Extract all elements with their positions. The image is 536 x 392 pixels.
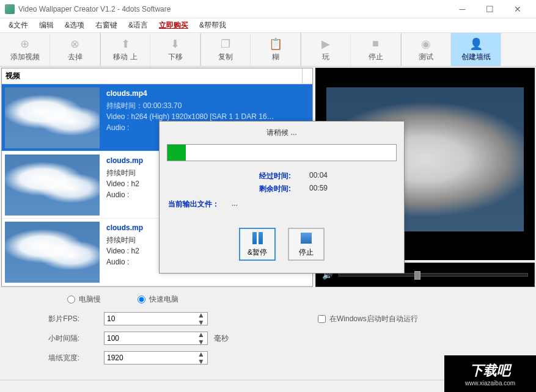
progress-bar	[167, 144, 397, 161]
video-thumbnail	[5, 154, 100, 216]
menu-buy-now[interactable]: 立即购买	[154, 18, 193, 32]
play-icon: ▶	[319, 37, 332, 51]
elapsed-value: 00:04	[309, 171, 346, 181]
arrow-up-icon: ⬆	[119, 37, 132, 51]
stop-label: 停止	[369, 52, 383, 62]
copy-icon: ❐	[219, 37, 232, 51]
menu-bar: &文件 编辑 &选项 右窗键 &语言 立即购买 &帮帮我	[0, 18, 536, 33]
app-icon	[5, 4, 15, 14]
outfile-label: 当前输出文件：	[168, 199, 219, 209]
menu-language[interactable]: &语言	[123, 18, 153, 32]
paste-icon: 📋	[269, 37, 282, 51]
seek-thumb[interactable]	[414, 271, 420, 280]
move-up-label: 移动 上	[113, 52, 137, 62]
fast-pc-radio[interactable]: 快速电脑	[138, 294, 178, 305]
video-list-header: 视频	[2, 68, 312, 84]
remaining-value: 00:59	[309, 184, 346, 194]
play-button[interactable]: ▶玩	[301, 33, 351, 66]
progress-fill	[167, 145, 186, 161]
copy-button[interactable]: ❐复制	[200, 33, 251, 66]
window-title: Video Wallpaper Creator V1.2 - 4dots Sof…	[18, 5, 449, 13]
width-value: 1920	[107, 354, 123, 362]
menu-edit[interactable]: 编辑	[34, 18, 59, 32]
stop-button[interactable]: ■停止	[351, 33, 401, 66]
slow-pc-label: 电脑慢	[79, 294, 101, 305]
menu-file[interactable]: &文件	[4, 18, 33, 32]
toolbar: ⊕添加视频 ⊗去掉 ⬆移动 上 ⬇下移 ❐复制 📋糊 ▶玩 ■停止 ◉测试 👤创…	[0, 33, 536, 67]
width-input[interactable]: 1920▲▼	[104, 351, 208, 365]
close-button[interactable]: ✕	[504, 1, 531, 18]
remaining-label: 剩余时间:	[218, 184, 291, 194]
title-bar: Video Wallpaper Creator V1.2 - 4dots Sof…	[0, 0, 536, 18]
watermark: 下载吧 www.xiazaiba.com	[444, 355, 536, 392]
interval-spinner[interactable]: ▲▼	[197, 331, 205, 346]
autorun-checkbox[interactable]: 在Windows启动时自动运行	[318, 314, 418, 324]
watermark-url: www.xiazaiba.com	[465, 380, 515, 387]
elapsed-label: 经过时间:	[218, 171, 291, 181]
minimize-button[interactable]: ─	[449, 1, 476, 18]
menu-options[interactable]: &选项	[60, 18, 89, 32]
test-icon: ◉	[419, 37, 433, 51]
remove-label: 去掉	[68, 52, 83, 62]
x-circle-icon: ⊗	[68, 37, 82, 51]
interval-value: 100	[107, 334, 119, 343]
paste-label: 糊	[272, 52, 279, 62]
progress-dialog: 请稍候 ... 经过时间:00:04 剩余时间:00:59 当前输出文件：...…	[159, 121, 405, 274]
fast-pc-label: 快速电脑	[149, 294, 178, 305]
move-up-button[interactable]: ⬆移动 上	[100, 33, 150, 66]
create-wallpaper-button[interactable]: 👤创建墙纸	[451, 33, 501, 66]
video-title: clouds.mp4	[106, 89, 309, 98]
interval-unit: 毫秒	[214, 333, 229, 344]
autorun-label: 在Windows启动时自动运行	[329, 314, 418, 324]
stop-square-icon	[299, 231, 313, 245]
pause-label: &暂停	[248, 247, 267, 258]
interval-label: 小时间隔:	[12, 333, 79, 344]
test-button[interactable]: ◉测试	[401, 33, 451, 66]
video-column-header[interactable]: 视频	[2, 68, 302, 84]
copy-label: 复制	[218, 52, 233, 62]
scroll-gap	[302, 68, 312, 84]
paste-button[interactable]: 📋糊	[251, 33, 301, 66]
watermark-text: 下载吧	[470, 361, 510, 380]
width-spinner[interactable]: ▲▼	[197, 350, 205, 365]
maximize-button[interactable]: ☐	[476, 1, 504, 18]
video-thumbnail	[5, 222, 100, 283]
slow-pc-radio[interactable]: 电脑慢	[67, 294, 101, 305]
dialog-stop-button[interactable]: 停止	[288, 228, 325, 261]
outfile-value: ...	[232, 199, 238, 209]
dialog-title: 请稍候 ...	[160, 122, 404, 144]
dialog-stop-label: 停止	[299, 247, 314, 258]
add-video-button[interactable]: ⊕添加视频	[0, 33, 50, 66]
add-video-label: 添加视频	[10, 52, 40, 62]
fps-label: 影片FPS:	[12, 314, 79, 324]
move-down-button[interactable]: ⬇下移	[150, 33, 200, 66]
pause-icon	[251, 231, 264, 245]
create-label: 创建墙纸	[461, 52, 491, 62]
interval-input[interactable]: 100▲▼	[104, 332, 208, 345]
remove-button[interactable]: ⊗去掉	[50, 33, 100, 66]
menu-help[interactable]: &帮帮我	[194, 18, 231, 32]
person-icon: 👤	[469, 37, 483, 51]
fps-value: 10	[107, 314, 115, 323]
move-down-label: 下移	[168, 52, 183, 62]
menu-right-key[interactable]: 右窗键	[90, 18, 122, 32]
stop-icon: ■	[369, 37, 383, 51]
fps-spinner[interactable]: ▲▼	[197, 311, 205, 326]
test-label: 测试	[419, 52, 433, 62]
width-label: 墙纸宽度:	[12, 353, 79, 363]
fps-input[interactable]: 10▲▼	[104, 312, 208, 325]
video-thumbnail	[5, 87, 100, 148]
play-label: 玩	[322, 52, 329, 62]
pause-button[interactable]: &暂停	[239, 228, 276, 261]
arrow-down-icon: ⬇	[169, 37, 182, 51]
video-duration: 持续时间：00:00:33.70	[106, 100, 309, 111]
plus-circle-icon: ⊕	[18, 37, 32, 51]
